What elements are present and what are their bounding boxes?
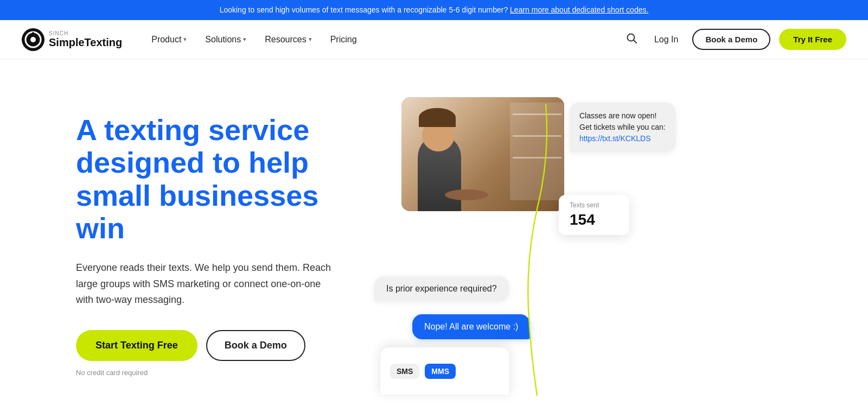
svg-line-5 — [634, 40, 636, 43]
chevron-down-icon: ▾ — [243, 36, 246, 43]
logo[interactable]: SINCH SimpleTexting — [22, 28, 122, 51]
svg-point-2 — [30, 37, 36, 42]
chevron-down-icon: ▾ — [183, 36, 187, 43]
nav-links: Product ▾ Solutions ▾ Resources ▾ Pricin… — [144, 30, 623, 49]
nav-solutions[interactable]: Solutions ▾ — [197, 30, 254, 49]
logo-text: SINCH SimpleTexting — [49, 30, 122, 48]
hero-subtitle: Everyone reads their texts. We help you … — [76, 260, 336, 308]
book-demo-hero-button[interactable]: Book a Demo — [206, 330, 305, 361]
hero-buttons: Start Texting Free Book a Demo — [76, 330, 358, 361]
top-banner: Looking to send high volumes of text mes… — [0, 0, 868, 20]
try-free-button[interactable]: Try It Free — [779, 29, 846, 50]
nav-pricing[interactable]: Pricing — [323, 30, 365, 49]
book-demo-button[interactable]: Book a Demo — [692, 29, 770, 50]
message-bubble-top: Classes are now open! Get tickets while … — [570, 103, 675, 152]
chevron-down-icon: ▾ — [309, 36, 312, 43]
sinch-label: SINCH — [49, 30, 122, 36]
search-icon[interactable] — [623, 29, 640, 49]
phone-bottom: SMS MMS — [380, 347, 510, 396]
nav-product[interactable]: Product ▾ — [144, 30, 194, 49]
message-reply: Nope! All are welcome :) — [412, 314, 530, 339]
bubble-line1: Classes are now open! — [579, 111, 656, 120]
start-texting-button[interactable]: Start Texting Free — [76, 330, 197, 361]
no-cc-text: No credit card required — [76, 369, 358, 377]
pottery-scene — [401, 97, 564, 211]
bubble-line2: Get tickets while you can: — [579, 123, 666, 131]
svg-rect-3 — [32, 32, 34, 36]
login-button[interactable]: Log In — [649, 31, 684, 48]
bubble-line3: https://txt.st/KCKLDS — [579, 134, 651, 143]
hero-right: Classes are now open! Get tickets while … — [358, 92, 846, 396]
logo-icon — [22, 28, 44, 51]
texts-sent-count: 154 — [570, 211, 618, 229]
banner-text: Looking to send high volumes of text mes… — [220, 5, 508, 14]
message-question: Is prior experience required? — [374, 276, 509, 301]
mms-tag: MMS — [425, 364, 456, 379]
texts-sent-label: Texts sent — [570, 201, 618, 209]
navbar: SINCH SimpleTexting Product ▾ Solutions … — [0, 20, 868, 59]
banner-link[interactable]: Learn more about dedicated short codes. — [510, 5, 648, 14]
texts-sent-badge: Texts sent 154 — [559, 195, 629, 235]
hero-left: A texting service designed to help small… — [76, 92, 358, 377]
nav-right: Log In Book a Demo Try It Free — [623, 29, 846, 50]
hero-section: A texting service designed to help small… — [0, 59, 868, 412]
brand-label: SimpleTexting — [49, 36, 122, 48]
hero-title: A texting service designed to help small… — [76, 113, 358, 245]
sms-tag: SMS — [390, 364, 419, 379]
nav-resources[interactable]: Resources ▾ — [257, 30, 319, 49]
pottery-image — [401, 97, 564, 211]
